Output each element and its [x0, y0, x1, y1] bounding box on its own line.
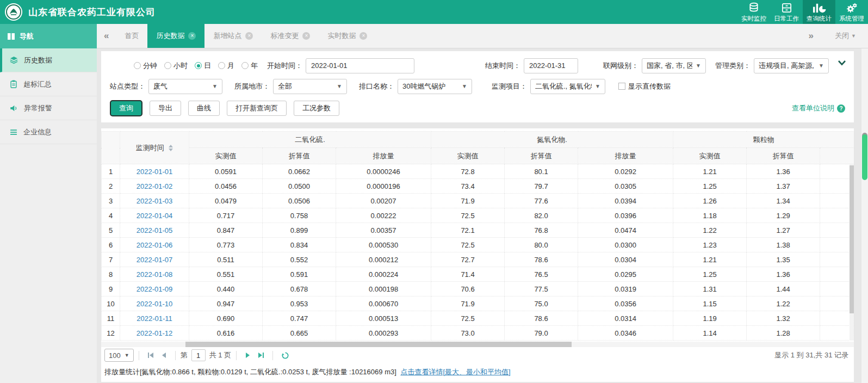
tabs-scroll-left-icon[interactable]: « — [97, 24, 116, 48]
curve-button[interactable]: 曲线 — [188, 101, 220, 116]
sidebar-item-exceed-summary[interactable]: 超标汇总 — [0, 72, 97, 96]
radio-hour[interactable]: 小时 — [164, 61, 188, 71]
scrollbar-thumb[interactable] — [862, 134, 867, 180]
city-select[interactable]: 全部 ▼ — [273, 79, 347, 94]
caret-down-icon: ▼ — [692, 63, 701, 69]
page-prefix: 第 — [181, 350, 188, 360]
table-row: 72022-01-070.5110.5520.00021272.778.60.0… — [102, 252, 854, 267]
first-page-icon[interactable] — [144, 352, 158, 359]
nav-system-management[interactable]: 系统管理 — [835, 0, 868, 24]
value-cell: 0.616 — [189, 326, 263, 341]
date-link[interactable]: 2022-01-12 — [137, 329, 173, 337]
station-type-select[interactable]: 废气 ▼ — [148, 79, 222, 94]
tab-new-station[interactable]: 新增站点 × — [204, 24, 262, 48]
monitor-items-select[interactable]: 二氧化硫., 氮氧化物., 颗粒 ▼ — [530, 79, 605, 94]
date-link[interactable]: 2022-01-05 — [137, 226, 173, 234]
manage-category-select[interactable]: 违规项目, 高架源, 重点排; ▼ — [754, 58, 829, 73]
date-link[interactable]: 2022-01-11 — [137, 314, 172, 323]
date-link[interactable]: 2022-01-06 — [137, 241, 173, 249]
value-cell: 0.747 — [263, 311, 336, 326]
table-vertical-scrollbar[interactable] — [850, 164, 854, 341]
outlet-name-label: 排口名称： — [359, 82, 394, 91]
collapse-panel-chevron-icon[interactable] — [838, 60, 846, 66]
window-scrollbar[interactable] — [861, 48, 868, 383]
export-button[interactable]: 导出 — [150, 101, 181, 116]
prev-page-icon[interactable] — [158, 352, 170, 359]
tab-home[interactable]: 首页 — [116, 24, 147, 48]
page-size-select[interactable]: 100 ▼ — [104, 349, 134, 362]
table-row: 42022-01-040.7170.7580.0022272.582.00.03… — [102, 208, 854, 223]
value-cell: 80.0 — [505, 238, 578, 252]
date-link[interactable]: 2022-01-01 — [137, 168, 173, 176]
outlet-name-select[interactable]: 30吨燃气锅炉 ▼ — [398, 79, 472, 94]
filter-row-2: 站点类型： 废气 ▼ 所属地市： 全部 ▼ 排口名称： 30吨燃气锅炉 ▼ 监测… — [110, 77, 845, 95]
detail-link[interactable]: 点击查看详情[最大、最小和平均值] — [400, 368, 510, 376]
nav-daily-work[interactable]: 日常工作 — [770, 0, 803, 24]
company-title: 山东省联合农药工业有限公司 — [28, 6, 156, 18]
row-number: 11 — [102, 311, 120, 326]
end-time-input[interactable] — [524, 58, 578, 73]
radio-minute[interactable]: 分钟 — [134, 61, 157, 71]
refresh-icon[interactable] — [278, 351, 293, 360]
date-cell: 2022-01-08 — [120, 267, 189, 282]
sidebar-item-history-data[interactable]: 历史数据 — [0, 48, 97, 72]
value-cell: 0.0500 — [263, 179, 336, 194]
table-horizontal-scrollbar[interactable] — [101, 342, 854, 347]
date-link[interactable]: 2022-01-09 — [137, 285, 173, 293]
working-condition-button[interactable]: 工况参数 — [294, 101, 339, 116]
value-cell: 1.35 — [747, 252, 820, 267]
value-cell: 0.000513 — [336, 311, 431, 326]
value-cell: 1.31 — [673, 282, 747, 296]
value-cell: 1.23 — [673, 238, 747, 252]
time-column-header[interactable]: 监测时间 — [120, 132, 189, 164]
close-icon[interactable]: × — [302, 32, 310, 40]
date-link[interactable]: 2022-01-10 — [137, 300, 173, 308]
caret-down-icon: ▼ — [458, 83, 467, 89]
value-cell: 79.0 — [505, 326, 578, 341]
value-cell: 1.37 — [747, 179, 820, 194]
caret-down-icon: ▼ — [592, 83, 600, 89]
sidebar-item-company-info[interactable]: 企业信息 — [0, 120, 97, 144]
page-number-input[interactable] — [191, 349, 206, 361]
date-link[interactable]: 2022-01-04 — [137, 212, 173, 220]
tabs-scroll-right-icon[interactable]: » — [802, 30, 821, 41]
row-number: 2 — [102, 179, 120, 194]
tab-standard-change[interactable]: 标准变更 × — [262, 24, 319, 48]
tab-history-data[interactable]: 历史数据 × — [147, 24, 204, 48]
open-new-query-button[interactable]: 打开新查询页 — [227, 101, 287, 116]
value-cell: 1.19 — [673, 311, 747, 326]
radio-month[interactable]: 月 — [218, 61, 234, 71]
value-cell: 0.0346 — [578, 326, 673, 341]
close-icon[interactable]: × — [359, 32, 367, 40]
col-header: 实测值 — [189, 148, 263, 164]
close-icon[interactable]: × — [245, 32, 253, 40]
start-time-input[interactable] — [306, 58, 414, 73]
query-button[interactable]: 查询 — [110, 100, 142, 116]
radio-day[interactable]: 日 — [195, 61, 211, 71]
row-number: 8 — [102, 267, 120, 282]
table-row: 12022-01-010.05910.06620.000024672.880.1… — [102, 164, 854, 179]
unit-help-link[interactable]: 查看单位说明 ? — [792, 103, 845, 113]
direct-data-checkbox[interactable] — [618, 83, 625, 90]
nav-realtime-monitor[interactable]: 实时监控 — [737, 0, 770, 24]
table-row: 82022-01-080.5510.5910.00022471.476.50.0… — [102, 267, 854, 282]
sidebar-item-abnormal-alarm[interactable]: 异常报警 — [0, 96, 97, 120]
next-page-icon[interactable] — [241, 352, 254, 359]
close-tabs-dropdown[interactable]: 关闭 ▼ — [835, 31, 856, 41]
value-cell: 1.22 — [747, 296, 820, 311]
last-page-icon[interactable] — [254, 352, 268, 359]
value-cell: 78.6 — [505, 252, 578, 267]
radio-year[interactable]: 年 — [241, 61, 258, 71]
company-logo-icon — [4, 3, 23, 21]
tab-realtime-data[interactable]: 实时数据 × — [319, 24, 376, 48]
date-link[interactable]: 2022-01-02 — [137, 182, 173, 190]
top-navigation: 实时监控 日常工作 查询统计 — [737, 0, 868, 24]
sort-icon[interactable] — [169, 145, 173, 151]
date-cell: 2022-01-03 — [120, 194, 189, 208]
date-link[interactable]: 2022-01-03 — [137, 197, 173, 205]
network-level-select[interactable]: 国家, 省, 市, 区县 ▼ — [642, 58, 706, 73]
close-icon[interactable]: × — [188, 32, 196, 40]
date-link[interactable]: 2022-01-08 — [137, 270, 173, 279]
nav-query-statistics[interactable]: 查询统计 — [803, 0, 835, 24]
date-link[interactable]: 2022-01-07 — [137, 256, 173, 264]
